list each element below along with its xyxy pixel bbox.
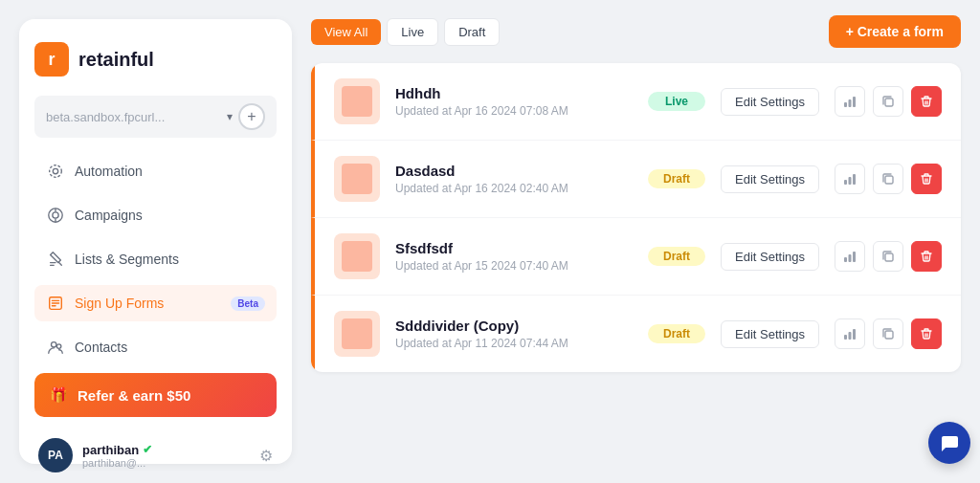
analytics-icon-button[interactable] xyxy=(835,318,865,349)
sidebar: r retainful beta.sandbox.fpcurl... ▾ + A… xyxy=(19,19,292,464)
sidebar-item-lists-segments[interactable]: Lists & Segments xyxy=(34,241,277,277)
form-name: Sdddivider (Copy) xyxy=(395,318,633,334)
sidebar-item-contacts-label: Contacts xyxy=(75,340,127,355)
user-email: parthiban@... xyxy=(82,457,250,469)
action-icons xyxy=(835,164,942,194)
avatar: PA xyxy=(38,438,73,472)
svg-rect-14 xyxy=(853,97,856,107)
form-thumbnail xyxy=(334,233,380,279)
svg-rect-12 xyxy=(844,102,847,107)
form-thumbnail xyxy=(334,156,380,202)
sidebar-item-campaigns-label: Campaigns xyxy=(75,208,143,223)
delete-icon-button[interactable] xyxy=(911,241,942,272)
automation-icon xyxy=(46,162,65,181)
form-thumbnail xyxy=(334,311,380,357)
sidebar-item-contacts[interactable]: Contacts xyxy=(34,329,277,365)
main-content: View All Live Draft + Create a form Hdhd… xyxy=(292,0,980,483)
status-badge: Live xyxy=(648,92,705,111)
delete-icon-button[interactable] xyxy=(911,86,942,117)
svg-rect-18 xyxy=(853,174,856,185)
form-info: Hdhdh Updated at Apr 16 2024 07:08 AM xyxy=(395,85,633,118)
analytics-icon-button[interactable] xyxy=(835,86,865,117)
analytics-icon-button[interactable] xyxy=(835,241,865,272)
copy-icon-button[interactable] xyxy=(873,241,903,272)
filter-tabs: View All Live Draft xyxy=(311,18,500,46)
settings-gear-icon[interactable]: ⚙ xyxy=(259,447,273,465)
svg-rect-15 xyxy=(885,99,893,106)
filter-tab-live[interactable]: Live xyxy=(387,18,438,46)
form-info: Sfsdfsdf Updated at Apr 15 2024 07:40 AM xyxy=(395,240,633,273)
create-form-button[interactable]: + Create a form xyxy=(829,15,961,48)
form-name: Hdhdh xyxy=(395,85,633,101)
edit-settings-button[interactable]: Edit Settings xyxy=(721,88,819,116)
delete-icon-button[interactable] xyxy=(911,164,942,194)
status-badge: Draft xyxy=(648,169,705,188)
verified-icon: ✔ xyxy=(143,443,152,456)
svg-rect-13 xyxy=(849,99,852,107)
svg-rect-25 xyxy=(849,332,852,340)
edit-settings-button[interactable]: Edit Settings xyxy=(721,243,819,271)
form-thumb-inner xyxy=(342,86,372,117)
form-date: Updated at Apr 11 2024 07:44 AM xyxy=(395,337,633,350)
svg-rect-26 xyxy=(853,329,856,340)
filter-tab-view-all[interactable]: View All xyxy=(311,19,381,45)
table-row: Hdhdh Updated at Apr 16 2024 07:08 AM Li… xyxy=(311,63,961,141)
user-name: parthiban ✔ xyxy=(82,443,250,457)
form-name: Dasdasd xyxy=(395,163,633,179)
table-row: Sdddivider (Copy) Updated at Apr 11 2024… xyxy=(311,296,961,372)
svg-rect-22 xyxy=(853,252,856,262)
svg-rect-17 xyxy=(849,177,852,185)
svg-rect-27 xyxy=(885,331,893,339)
svg-rect-24 xyxy=(844,335,847,340)
form-date: Updated at Apr 16 2024 07:08 AM xyxy=(395,104,633,118)
svg-point-10 xyxy=(52,342,56,347)
svg-point-11 xyxy=(56,344,61,349)
filter-tab-draft[interactable]: Draft xyxy=(444,18,500,46)
sidebar-item-signup-forms-label: Sign Up Forms xyxy=(75,296,164,311)
sidebar-item-signup-forms[interactable]: Sign Up Forms Beta xyxy=(34,285,277,321)
table-row: Dasdasd Updated at Apr 16 2024 02:40 AM … xyxy=(311,141,961,218)
form-info: Sdddivider (Copy) Updated at Apr 11 2024… xyxy=(395,318,633,350)
svg-rect-21 xyxy=(849,254,852,262)
edit-settings-button[interactable]: Edit Settings xyxy=(721,320,819,348)
status-badge: Draft xyxy=(648,247,705,266)
store-selector[interactable]: beta.sandbox.fpcurl... ▾ + xyxy=(34,96,277,138)
user-area: PA parthiban ✔ parthiban@... ⚙ xyxy=(34,430,277,480)
user-info: parthiban ✔ parthiban@... xyxy=(82,443,250,469)
copy-icon-button[interactable] xyxy=(873,164,903,194)
sidebar-item-campaigns[interactable]: Campaigns xyxy=(34,197,277,233)
action-icons xyxy=(835,241,942,272)
delete-icon-button[interactable] xyxy=(911,318,942,349)
signup-forms-icon xyxy=(46,294,65,313)
svg-point-1 xyxy=(50,165,62,178)
copy-icon-button[interactable] xyxy=(873,318,903,349)
refer-icon: 🎁 xyxy=(50,386,68,404)
refer-earn-button[interactable]: 🎁 Refer & earn $50 xyxy=(34,373,277,417)
form-name: Sfsdfsdf xyxy=(395,240,633,256)
copy-icon-button[interactable] xyxy=(873,86,903,117)
logo-text: retainful xyxy=(78,49,154,71)
action-icons xyxy=(835,86,942,117)
chat-support-button[interactable] xyxy=(928,422,970,464)
svg-rect-19 xyxy=(885,176,893,184)
svg-point-0 xyxy=(53,168,57,173)
analytics-icon-button[interactable] xyxy=(835,164,865,194)
add-store-button[interactable]: + xyxy=(238,103,265,130)
svg-rect-23 xyxy=(885,253,893,261)
lists-icon xyxy=(46,250,65,269)
store-selector-text: beta.sandbox.fpcurl... xyxy=(46,110,227,124)
refer-earn-label: Refer & earn $50 xyxy=(78,387,190,404)
svg-rect-16 xyxy=(844,180,847,185)
campaigns-icon xyxy=(46,206,65,225)
svg-rect-20 xyxy=(844,257,847,262)
form-list: Hdhdh Updated at Apr 16 2024 07:08 AM Li… xyxy=(311,63,961,372)
svg-point-3 xyxy=(53,212,58,218)
form-date: Updated at Apr 16 2024 02:40 AM xyxy=(395,182,633,195)
sidebar-item-lists-segments-label: Lists & Segments xyxy=(75,252,179,267)
form-thumbnail xyxy=(334,78,380,124)
edit-settings-button[interactable]: Edit Settings xyxy=(721,165,819,193)
sidebar-item-automation[interactable]: Automation xyxy=(34,153,277,189)
table-row: Sfsdfsdf Updated at Apr 15 2024 07:40 AM… xyxy=(311,218,961,296)
action-icons xyxy=(835,318,942,349)
form-info: Dasdasd Updated at Apr 16 2024 02:40 AM xyxy=(395,163,633,195)
